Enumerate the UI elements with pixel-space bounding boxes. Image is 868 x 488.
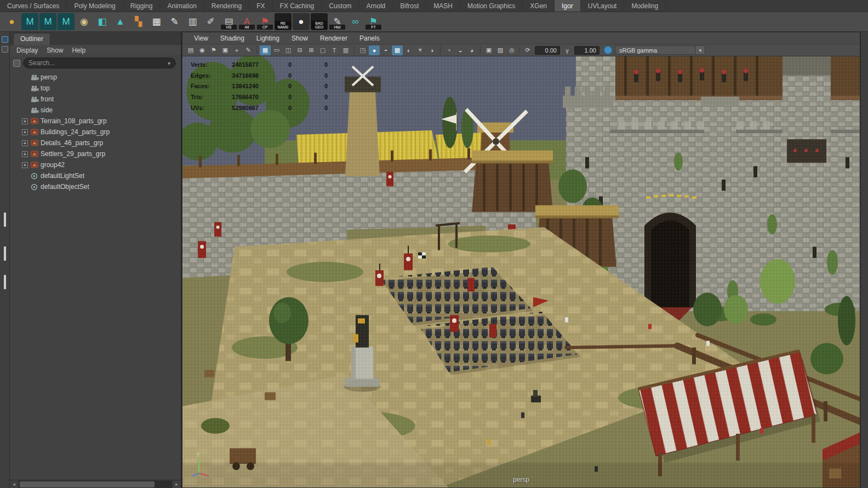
view-transform-select[interactable]: sRGB gamma	[615, 45, 696, 55]
safe-action-icon[interactable]: ▢	[317, 45, 328, 55]
viewport-menu-show[interactable]: Show	[285, 35, 314, 42]
dock-grip-1[interactable]	[4, 213, 6, 227]
default-material-icon[interactable]: ◐	[403, 45, 414, 55]
outliner-menu-display[interactable]: Display	[12, 47, 42, 54]
outliner-item-defaultobjectset[interactable]: defaultObjectSet	[10, 181, 181, 192]
ambient-occlusion-icon[interactable]: ◔	[443, 45, 454, 55]
outliner-hscrollbar[interactable]: ◂ ▸	[10, 480, 181, 488]
outliner-item-top[interactable]: top	[10, 83, 181, 94]
outliner-item-side[interactable]: side	[10, 105, 181, 116]
scroll-left-icon[interactable]: ◂	[10, 480, 18, 488]
shelf-booleans-icon[interactable]: ∞	[347, 13, 364, 30]
gamma-field[interactable]: 1.00	[574, 46, 599, 55]
viewport-menu-shading[interactable]: Shading	[214, 35, 250, 42]
shelf-maya-tool-1-icon[interactable]: M	[21, 13, 38, 30]
expand-toggle-icon[interactable]: +	[22, 129, 28, 135]
gamma-toggle-icon[interactable]: γ	[562, 45, 573, 55]
outliner-menu-show[interactable]: Show	[42, 47, 67, 54]
motion-blur-icon[interactable]: ◒	[455, 45, 466, 55]
xray-icon[interactable]: ▨	[495, 45, 506, 55]
film-gate-icon[interactable]: ▭	[271, 45, 282, 55]
shelf-freeze-transform-icon[interactable]: ⚑FT	[365, 13, 382, 30]
scrollbar-thumb[interactable]	[20, 481, 155, 487]
expand-toggle-icon[interactable]: +	[22, 118, 28, 124]
dock-grip-2[interactable]	[4, 246, 6, 261]
menu-tab-custom[interactable]: Custom	[322, 0, 359, 12]
menu-tab-igor[interactable]: Igor	[555, 0, 581, 12]
outliner-item-terrain-108-parts-grp[interactable]: +Terrain_108_parts_grp	[10, 116, 181, 127]
lock-camera-icon[interactable]: ◉	[197, 45, 208, 55]
textured-icon[interactable]: ▩	[392, 45, 403, 55]
color-management-toggle[interactable]	[604, 46, 612, 54]
viewport-menu-lighting[interactable]: Lighting	[250, 35, 285, 42]
shelf-rename-icon[interactable]: RE NAME	[275, 13, 292, 30]
field-chart-icon[interactable]: ⊞	[306, 45, 317, 55]
shelf-white-sphere-icon[interactable]: ●	[293, 13, 310, 30]
menu-tab-bifrost[interactable]: Bifrost	[393, 0, 426, 12]
ui-toggle-icon[interactable]	[2, 36, 8, 43]
filter-icon[interactable]	[13, 60, 20, 67]
shelf-maya-tool-2-icon[interactable]: M	[39, 13, 56, 30]
menu-tab-fx[interactable]: FX	[249, 0, 272, 12]
menu-tab-poly-modeling[interactable]: Poly Modeling	[67, 0, 123, 12]
scrollbar-track[interactable]	[19, 481, 172, 488]
viewport-menu-view[interactable]: View	[188, 35, 214, 42]
menu-tab-xgen[interactable]: XGen	[523, 0, 555, 12]
expand-toggle-icon[interactable]: +	[22, 162, 28, 168]
shadows-icon[interactable]: ◑	[426, 45, 437, 55]
shelf-hud-stats-icon[interactable]: ▤HS	[220, 13, 237, 30]
expand-toggle-icon[interactable]: +	[22, 151, 28, 157]
resolution-gate-icon[interactable]: ◫	[283, 45, 294, 55]
lighting-icon[interactable]: ☀	[415, 45, 426, 55]
outliner-item-front[interactable]: front	[10, 94, 181, 105]
outliner-item-details-46-parts-grp[interactable]: +Details_46_parts_grp	[10, 137, 181, 148]
shelf-poly-sphere-icon[interactable]: ●	[3, 13, 20, 30]
safe-title-icon[interactable]: T	[329, 45, 340, 55]
menu-tab-arnold[interactable]: Arnold	[359, 0, 393, 12]
outliner-tab[interactable]: Outliner	[13, 33, 50, 45]
smooth-shade-icon[interactable]: ●	[369, 45, 380, 55]
outliner-item-group42[interactable]: +group42	[10, 159, 181, 170]
menu-tab-rendering[interactable]: Rendering	[204, 0, 249, 12]
menu-tab-animation[interactable]: Animation	[160, 0, 204, 12]
outliner-menu-help[interactable]: Help	[67, 47, 90, 54]
menu-tab-curves-surfaces[interactable]: Curves / Surfaces	[0, 0, 67, 12]
dock-grip-3[interactable]	[4, 275, 6, 289]
exposure-toggle-icon[interactable]: ⟳	[522, 45, 533, 55]
pan-zoom-icon[interactable]: +	[231, 45, 242, 55]
viewport-menu-panels[interactable]: Panels	[353, 35, 386, 42]
outliner-item-defaultlightset[interactable]: defaultLightSet	[10, 170, 181, 181]
flat-shade-icon[interactable]: ◓	[380, 45, 391, 55]
shelf-poly-disc-icon[interactable]: ◉	[76, 13, 93, 30]
shelf-center-pivot-icon[interactable]: ⚑CP	[256, 13, 273, 30]
menu-tab-mash[interactable]: MASH	[426, 0, 460, 12]
view-transform-dropdown-icon[interactable]: ▾	[696, 45, 705, 55]
isolate-select-icon[interactable]: ▣	[483, 45, 494, 55]
exposure-field[interactable]: 0.00	[535, 46, 560, 55]
depth-of-field-icon[interactable]: ◕	[466, 45, 477, 55]
menu-tab-uvlayout[interactable]: UVLayout	[581, 0, 625, 12]
gate-mask-icon[interactable]: ⊟	[294, 45, 305, 55]
shelf-export-cube-icon[interactable]: ◧	[94, 13, 111, 30]
outliner-item-settlers-29-parts-grp[interactable]: +Settlers_29_parts_grp	[10, 148, 181, 159]
shelf-select-all-icon[interactable]: AAll	[238, 13, 255, 30]
shelf-bad-geo-icon[interactable]: BAD GEO	[311, 13, 328, 30]
menu-tab-modeling[interactable]: Modeling	[624, 0, 666, 12]
shelf-maya-tool-3-icon[interactable]: M	[58, 13, 75, 30]
hud-box-icon[interactable]: ▥	[340, 45, 351, 55]
wireframe-icon[interactable]: ◳	[357, 45, 368, 55]
viewport-menu-renderer[interactable]: Renderer	[314, 35, 353, 42]
hud-pencil-icon[interactable]: ✎	[243, 45, 254, 55]
shelf-pen-dashed-icon[interactable]: ✐	[202, 13, 219, 30]
shelf-uv-strips-icon[interactable]: ▥	[184, 13, 201, 30]
scroll-right-icon[interactable]: ▸	[173, 480, 181, 488]
joints-xray-icon[interactable]: ◎	[506, 45, 517, 55]
shelf-curve-pen-icon[interactable]: ✎	[166, 13, 183, 30]
bookmark-icon[interactable]: ⚑	[208, 45, 219, 55]
viewport-canvas[interactable]: Verts:2401587700Edges:3471669800Faces:13…	[182, 56, 860, 487]
outliner-item-buildings-24-parts-grp[interactable]: +Buildings_24_parts_grp	[10, 127, 181, 137]
menu-tab-fx-caching[interactable]: FX Caching	[273, 0, 322, 12]
shelf-delete-history-icon[interactable]: ✎Hist	[329, 13, 346, 30]
select-camera-icon[interactable]: ▤	[185, 45, 196, 55]
grid-icon[interactable]: ▦	[260, 45, 271, 55]
